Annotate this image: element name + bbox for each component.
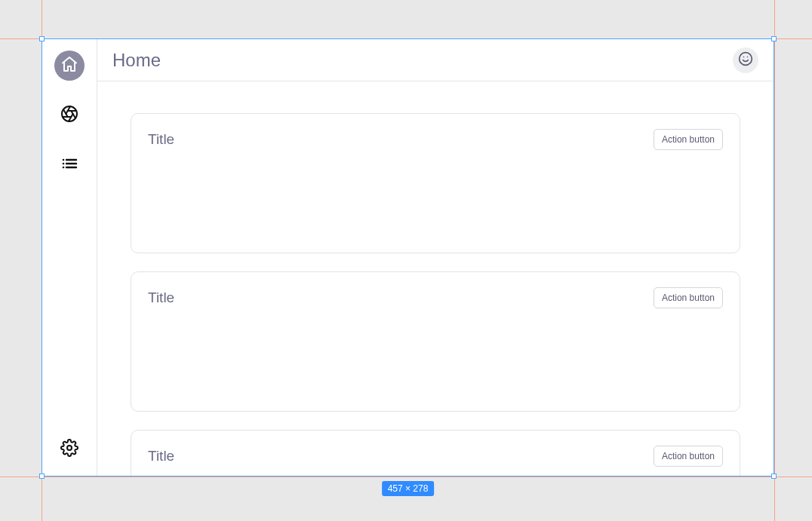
svg-point-14: [740, 52, 752, 65]
svg-point-13: [67, 446, 72, 450]
sidebar-item-settings[interactable]: [54, 434, 85, 464]
home-icon: [60, 55, 78, 76]
svg-point-10: [63, 159, 65, 161]
sidebar-item-list[interactable]: [54, 150, 85, 180]
card: Title Action button: [131, 430, 740, 476]
svg-point-11: [63, 163, 65, 165]
smiley-icon: [738, 51, 753, 69]
dimensions-badge: 457 × 278: [382, 481, 435, 496]
list-icon: [60, 155, 78, 176]
card-header: Title Action button: [148, 129, 723, 150]
app-frame: Home Title Action button: [42, 38, 774, 477]
sidebar-item-aperture[interactable]: [54, 100, 85, 130]
guide-bottom: [0, 477, 812, 477]
profile-button[interactable]: [733, 48, 758, 73]
sidebar-item-home[interactable]: [54, 51, 85, 81]
card: Title Action button: [131, 113, 740, 253]
card-header: Title Action button: [148, 446, 723, 467]
card-header: Title Action button: [148, 287, 723, 308]
page-title: Home: [112, 50, 161, 71]
card-title: Title: [148, 290, 174, 306]
action-button[interactable]: Action button: [654, 287, 723, 308]
action-button[interactable]: Action button: [654, 129, 723, 150]
aperture-icon: [60, 105, 78, 126]
action-button[interactable]: Action button: [654, 446, 723, 467]
svg-point-12: [63, 167, 65, 169]
guide-right: [774, 0, 775, 521]
content-area: Title Action button Title Action button …: [97, 81, 774, 476]
card-title: Title: [148, 448, 174, 464]
card: Title Action button: [131, 271, 740, 412]
main-column: Home Title Action button: [97, 39, 774, 476]
topbar: Home: [97, 39, 774, 81]
card-title: Title: [148, 131, 174, 148]
gear-icon: [60, 439, 78, 460]
sidebar: [42, 39, 97, 476]
